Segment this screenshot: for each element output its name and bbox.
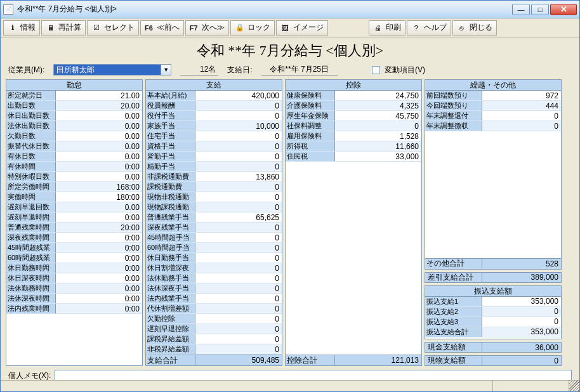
row-value[interactable]: 0:00	[56, 294, 142, 303]
table-row[interactable]: 遅刻早退時間0:00	[6, 212, 142, 223]
table-row[interactable]: 振替代休日数0.00	[6, 141, 142, 152]
row-value[interactable]: 33,000	[335, 152, 421, 161]
row-value[interactable]: 0	[195, 324, 282, 334]
table-row[interactable]: 60時間超手当0	[146, 243, 282, 253]
table-row[interactable]: 家族手当10,000	[146, 121, 282, 131]
minimize-button[interactable]: —	[512, 4, 530, 15]
table-row[interactable]: 休日割増深夜0	[146, 263, 282, 273]
row-value[interactable]: 0	[195, 233, 282, 242]
table-row[interactable]: 法休勤務手当0	[146, 273, 282, 284]
resize-grip-icon[interactable]	[569, 381, 579, 392]
table-row[interactable]: 資格手当0	[146, 141, 282, 152]
row-value[interactable]: 168:00	[56, 182, 142, 192]
table-row[interactable]: 役付手当0	[146, 111, 282, 121]
table-row[interactable]: 住宅手当0	[146, 131, 282, 141]
table-row[interactable]: 振込支給合計353,000	[425, 327, 561, 337]
row-value[interactable]: 0	[195, 253, 282, 263]
table-row[interactable]: 基本給(月給)420,000	[146, 91, 282, 101]
table-row[interactable]: 法内残業手当0	[146, 294, 282, 304]
table-row[interactable]: 休日勤務手当0	[146, 253, 282, 263]
table-row[interactable]: 出勤日数20.00	[6, 101, 142, 111]
select-button[interactable]: ☑セレクト	[87, 20, 139, 36]
table-row[interactable]: 法休深夜手当0	[146, 284, 282, 294]
table-row[interactable]: 欠勤日数0.00	[6, 131, 142, 141]
row-value[interactable]: 0:00	[56, 304, 142, 313]
table-row[interactable]: 代休割増差額0	[146, 304, 282, 314]
table-row[interactable]: 今回端数預り444	[425, 101, 561, 111]
table-row[interactable]: 年末調整徴収0	[425, 121, 561, 131]
maximize-button[interactable]: □	[531, 4, 549, 15]
row-value[interactable]: 0	[195, 152, 282, 161]
row-value[interactable]: 0.00	[56, 131, 142, 141]
table-row[interactable]: 法休深夜時間0:00	[6, 294, 142, 304]
row-value[interactable]: 0	[195, 243, 282, 252]
row-value[interactable]: 0	[195, 304, 282, 313]
table-row[interactable]: 45時間超手当0	[146, 233, 282, 243]
table-row[interactable]: 休日深夜時間0:00	[6, 273, 142, 284]
row-value[interactable]: 0:00	[56, 263, 142, 273]
row-value[interactable]: 21.00	[56, 91, 142, 100]
table-row[interactable]: 深夜残業手当0	[146, 223, 282, 233]
row-value[interactable]: 4,325	[335, 101, 421, 110]
row-value[interactable]: 0:00	[56, 212, 142, 222]
table-row[interactable]: 所定就労日21.00	[6, 91, 142, 101]
row-value[interactable]: 0.00	[56, 202, 142, 212]
table-row[interactable]: 精勤手当0	[146, 162, 282, 172]
row-value[interactable]: 0.00	[56, 172, 142, 181]
row-value[interactable]: 0	[195, 263, 282, 273]
table-row[interactable]: 有休日数0.00	[6, 152, 142, 162]
row-value[interactable]: 0	[195, 111, 282, 121]
close-toolbar-button[interactable]: ⎋閉じる	[452, 20, 497, 36]
row-value[interactable]: 0	[482, 317, 561, 327]
row-value[interactable]: 972	[482, 91, 561, 100]
row-value[interactable]: 0:00	[56, 284, 142, 293]
lock-button[interactable]: 🔒ロック	[230, 20, 275, 36]
row-value[interactable]: 0:00	[56, 162, 142, 171]
row-value[interactable]: 0	[195, 223, 282, 232]
row-value[interactable]: 0:00	[56, 233, 142, 242]
row-value[interactable]: 0	[195, 344, 282, 354]
table-row[interactable]: 課税通勤費0	[146, 182, 282, 192]
recalc-button[interactable]: 🖩再計算	[41, 20, 86, 36]
row-value[interactable]: 0	[195, 294, 282, 303]
table-row[interactable]: 振込支給30	[425, 317, 561, 327]
variable-checkbox-wrap[interactable]: 変動項目(V)	[372, 65, 425, 75]
chevron-down-icon[interactable]: ▼	[161, 64, 171, 75]
row-value[interactable]: 1,528	[335, 131, 421, 141]
table-row[interactable]: 振込支給20	[425, 307, 561, 317]
employee-select[interactable]: 田所耕太郎 ▼	[53, 64, 171, 75]
row-value[interactable]: 0:00	[56, 253, 142, 263]
table-row[interactable]: 年末調整還付0	[425, 111, 561, 121]
table-row[interactable]: 遅刻早退控除0	[146, 324, 282, 334]
row-value[interactable]: 65,625	[195, 212, 282, 222]
table-row[interactable]: 前回端数預り972	[425, 91, 561, 101]
table-row[interactable]: 非課税通勤費13,860	[146, 172, 282, 182]
variable-checkbox[interactable]	[372, 66, 380, 74]
image-button[interactable]: 🖼イメージ	[276, 20, 328, 36]
next-button[interactable]: F7次へ≫	[185, 20, 229, 36]
table-row[interactable]: 課税昇給差額0	[146, 334, 282, 344]
row-value[interactable]: 13,860	[195, 172, 282, 181]
row-value[interactable]: 0	[482, 307, 561, 317]
table-row[interactable]: 非税昇給差額0	[146, 344, 282, 355]
row-value[interactable]: 0	[195, 101, 282, 110]
table-row[interactable]: 皆勤手当0	[146, 152, 282, 162]
table-row[interactable]: 介護保険料4,325	[286, 101, 421, 111]
table-row[interactable]: 所得税11,660	[286, 141, 421, 152]
row-value[interactable]: 0	[195, 273, 282, 283]
row-value[interactable]: 0:00	[56, 243, 142, 252]
table-row[interactable]: 健康保険料24,750	[286, 91, 421, 101]
prev-button[interactable]: F6≪前へ	[140, 20, 184, 36]
table-row[interactable]: 雇用保険料1,528	[286, 131, 421, 141]
row-value[interactable]: 353,000	[482, 297, 561, 306]
row-value[interactable]: 0	[195, 334, 282, 344]
row-value[interactable]: 0	[482, 111, 561, 121]
table-row[interactable]: 法内残業時間0:00	[6, 304, 142, 314]
table-row[interactable]: 普通残業手当65,625	[146, 212, 282, 223]
row-value[interactable]: 0.00	[56, 141, 142, 151]
row-value[interactable]: 20.00	[56, 101, 142, 110]
row-value[interactable]: 0	[195, 192, 282, 202]
row-value[interactable]: 180:00	[56, 192, 142, 202]
table-row[interactable]: 有休時間0:00	[6, 162, 142, 172]
row-value[interactable]: 24,750	[335, 91, 421, 100]
